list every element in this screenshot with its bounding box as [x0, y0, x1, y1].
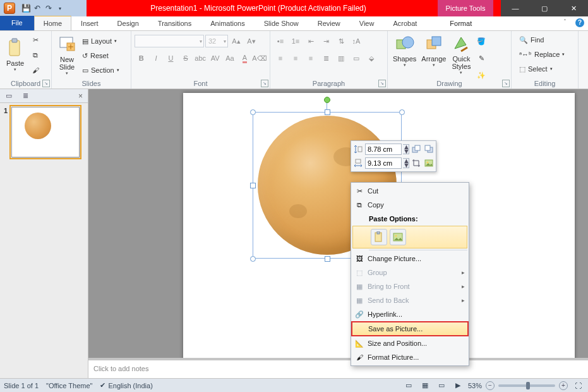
font-color-icon[interactable]: A: [238, 51, 251, 65]
undo-icon[interactable]: ↶: [32, 3, 42, 13]
minimize-button[interactable]: —: [501, 0, 530, 16]
resize-handle-nw[interactable]: [250, 109, 256, 115]
resize-handle-sw[interactable]: [250, 256, 256, 262]
ctx-change-picture[interactable]: 🖼 Change Picture...: [351, 252, 469, 266]
qat-customize-icon[interactable]: ▾: [55, 3, 65, 13]
numbering-icon[interactable]: 1≡: [289, 34, 303, 48]
font-dialog-launcher[interactable]: ↘: [261, 80, 268, 87]
zoom-level[interactable]: 53%: [468, 382, 482, 389]
redo-icon[interactable]: ↷: [44, 3, 54, 13]
file-tab[interactable]: File: [0, 16, 34, 30]
save-icon[interactable]: 💾: [21, 3, 31, 13]
sorter-view-icon[interactable]: ▦: [419, 381, 431, 391]
find-button[interactable]: 🔍Find: [517, 34, 575, 46]
outline-view-icon[interactable]: ≣: [19, 91, 32, 101]
picture-styles-icon[interactable]: [423, 157, 435, 169]
minimize-ribbon-icon[interactable]: ˆ: [564, 18, 572, 26]
paste-keep-source-icon[interactable]: [371, 229, 387, 245]
tab-home[interactable]: Home: [34, 16, 71, 30]
height-spinner[interactable]: ▲▼: [403, 144, 409, 154]
spellcheck-icon[interactable]: ✔: [100, 381, 105, 389]
fit-to-window-icon[interactable]: ⛶: [572, 381, 584, 391]
arrange-button[interactable]: Arrange▾: [419, 32, 448, 69]
tab-acrobat[interactable]: Acrobat: [383, 16, 426, 30]
bullets-icon[interactable]: •≡: [273, 34, 287, 48]
cut-icon[interactable]: ✂: [28, 33, 42, 47]
convert-smartart-icon[interactable]: ⬙: [364, 51, 378, 65]
notes-pane[interactable]: Click to add notes: [88, 358, 588, 378]
format-painter-icon[interactable]: 🖌: [28, 63, 42, 77]
ctx-hyperlink[interactable]: 🔗 Hyperlink...: [351, 307, 469, 321]
tab-design[interactable]: Design: [108, 16, 148, 30]
underline-icon[interactable]: U: [164, 51, 177, 65]
align-right-icon[interactable]: ≡: [304, 51, 318, 65]
decrease-indent-icon[interactable]: ⇤: [304, 34, 318, 48]
close-pane-icon[interactable]: ×: [76, 92, 85, 101]
decrease-font-icon[interactable]: A▾: [244, 34, 258, 48]
ctx-format-picture[interactable]: 🖌 Format Picture...: [351, 350, 469, 364]
paste-picture-icon[interactable]: [390, 229, 406, 245]
send-backward-icon[interactable]: [423, 144, 435, 155]
replace-button[interactable]: ᵃ↔ᵇReplace▾: [517, 48, 575, 61]
paste-button[interactable]: Paste ▾: [3, 37, 28, 73]
character-spacing-icon[interactable]: AV: [208, 51, 222, 65]
tab-insert[interactable]: Insert: [71, 16, 108, 30]
quick-styles-button[interactable]: Quick Styles▾: [448, 32, 474, 77]
ctx-size-and-position[interactable]: 📐 Size and Position...: [351, 336, 469, 350]
columns-icon[interactable]: ▥: [334, 51, 348, 65]
width-input[interactable]: 9.13 cm: [365, 157, 402, 169]
layout-button[interactable]: ▤Layout▾: [80, 35, 122, 47]
select-button[interactable]: ⬚Select▾: [517, 63, 575, 75]
tab-slideshow[interactable]: Slide Show: [255, 16, 308, 30]
slide-canvas[interactable]: Click to add notes: [88, 89, 588, 378]
slideshow-view-icon[interactable]: ▶: [452, 381, 464, 391]
justify-icon[interactable]: ≣: [319, 51, 333, 65]
crop-icon[interactable]: [411, 157, 422, 169]
strikethrough-icon[interactable]: S: [179, 51, 192, 65]
align-center-icon[interactable]: ≡: [289, 51, 303, 65]
resize-handle-s[interactable]: [325, 256, 330, 262]
new-slide-button[interactable]: New Slide ▾: [54, 33, 80, 77]
tab-view[interactable]: View: [350, 16, 384, 30]
bold-icon[interactable]: B: [135, 51, 148, 65]
align-text-icon[interactable]: ▭: [349, 51, 363, 65]
italic-icon[interactable]: I: [149, 51, 162, 65]
zoom-slider-thumb[interactable]: [526, 382, 530, 389]
width-spinner[interactable]: ▲▼: [403, 158, 409, 168]
tab-transitions[interactable]: Transitions: [148, 16, 201, 30]
maximize-button[interactable]: ▢: [530, 0, 559, 16]
reading-view-icon[interactable]: ▭: [435, 381, 448, 391]
language-indicator[interactable]: English (India): [108, 382, 152, 389]
font-size-combo[interactable]: 32▾: [205, 35, 228, 47]
tab-format[interactable]: Format: [440, 16, 481, 30]
zoom-in-button[interactable]: +: [559, 381, 568, 390]
ctx-save-as-picture[interactable]: Save as Picture...: [351, 321, 469, 336]
drawing-dialog-launcher[interactable]: ↘: [502, 80, 510, 87]
powerpoint-logo-icon[interactable]: P: [4, 3, 15, 14]
font-name-combo[interactable]: ▾: [135, 35, 204, 47]
clear-formatting-icon[interactable]: A⌫: [253, 51, 267, 65]
section-button[interactable]: ▭Section▾: [80, 64, 122, 77]
height-input[interactable]: 8.78 cm: [365, 144, 402, 155]
line-spacing-icon[interactable]: ⇅: [334, 34, 348, 48]
rotate-handle[interactable]: [324, 97, 330, 103]
ctx-copy[interactable]: ⧉ Copy: [351, 198, 469, 212]
resize-handle-n[interactable]: [325, 109, 330, 115]
zoom-slider[interactable]: [498, 384, 555, 387]
increase-font-icon[interactable]: A▴: [229, 34, 243, 48]
bring-forward-icon[interactable]: [411, 144, 422, 155]
text-shadow-icon[interactable]: abc: [194, 51, 207, 65]
text-direction-icon[interactable]: ↕A: [349, 34, 363, 48]
clipboard-dialog-launcher[interactable]: ↘: [42, 80, 50, 87]
copy-icon[interactable]: ⧉: [28, 48, 42, 62]
shape-fill-icon[interactable]: 🪣: [474, 34, 488, 48]
resize-handle-ne[interactable]: [399, 109, 405, 115]
increase-indent-icon[interactable]: ⇥: [319, 34, 333, 48]
help-icon[interactable]: ?: [575, 18, 584, 27]
slide-thumbnail[interactable]: 1: [4, 107, 84, 157]
paragraph-dialog-launcher[interactable]: ↘: [378, 80, 386, 87]
reset-button[interactable]: ↺Reset: [80, 49, 122, 62]
shapes-button[interactable]: Shapes▾: [390, 32, 419, 69]
slides-view-icon[interactable]: ▭: [3, 91, 15, 101]
shape-outline-icon[interactable]: ✎: [474, 51, 488, 65]
